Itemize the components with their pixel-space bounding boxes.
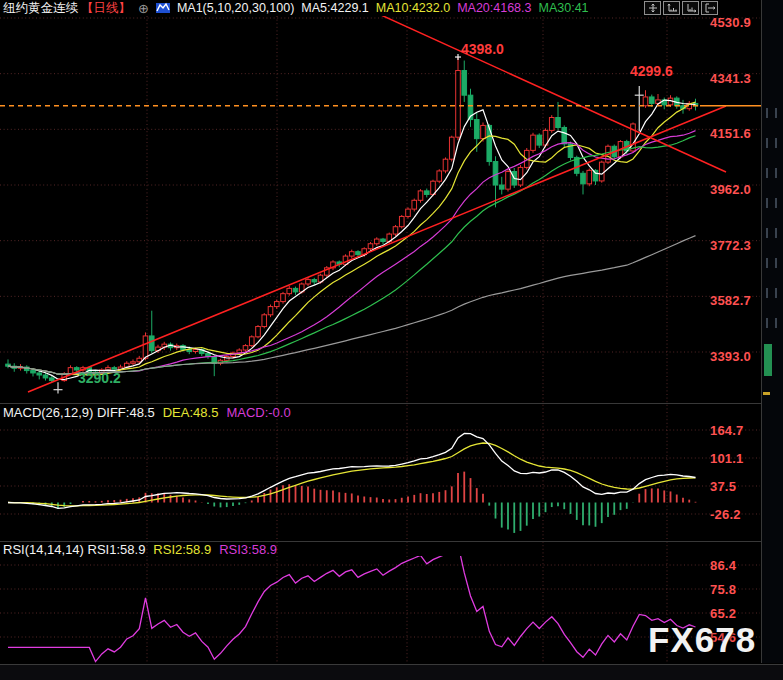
- rsi2-value: RSI2:58.9: [153, 542, 211, 557]
- chart-app: 4530.94341.34151.63962.03772.33582.73393…: [0, 0, 783, 680]
- chart-header: 纽约黄金连续【日线】 ⊕ MA1(5,10,20,30,100) MA5:422…: [3, 0, 589, 16]
- macd-value: MACD:-0.0: [226, 405, 290, 420]
- axis-zoom-button[interactable]: [663, 1, 680, 15]
- period-label: 【日线】: [81, 0, 131, 17]
- ma-group-label: MA1(5,10,20,30,100): [177, 1, 294, 15]
- dea-value: DEA:48.5: [163, 405, 219, 420]
- axis-play-button[interactable]: [682, 1, 699, 15]
- detach-window-button[interactable]: [701, 1, 718, 15]
- date-axis[interactable]: [0, 664, 783, 680]
- add-indicator-icon[interactable]: ⊕: [138, 1, 149, 16]
- right-edge-clipped-panel: [762, 0, 783, 663]
- ma20-value: MA20:4168.3: [457, 1, 531, 15]
- chart-toolbar: [644, 1, 718, 15]
- macd-params-label: MACD(26,12,9) DIFF:48.5: [3, 405, 155, 420]
- rsi-params-label: RSI(14,14,14) RSI1:58.9: [3, 542, 145, 557]
- move-tool-button[interactable]: [644, 1, 661, 15]
- ma30-value: MA30:41: [539, 1, 589, 15]
- candlestick-icon: [156, 2, 170, 14]
- rsi-header: RSI(14,14,14) RSI1:58.9 RSI2:58.9 RSI3:5…: [3, 542, 277, 557]
- macd-header: MACD(26,12,9) DIFF:48.5 DEA:48.5 MACD:-0…: [3, 405, 291, 420]
- ma5-value: MA5:4229.1: [301, 1, 368, 15]
- candlestick-chart-canvas[interactable]: [0, 0, 783, 680]
- watermark: FX678: [648, 620, 756, 660]
- instrument-title: 纽约黄金连续: [3, 0, 78, 17]
- clipped-yellow-mark: [763, 392, 770, 395]
- rsi3-value: RSI3:58.9: [219, 542, 277, 557]
- clipped-green-bar: [764, 344, 772, 376]
- ma10-value: MA10:4232.0: [376, 1, 450, 15]
